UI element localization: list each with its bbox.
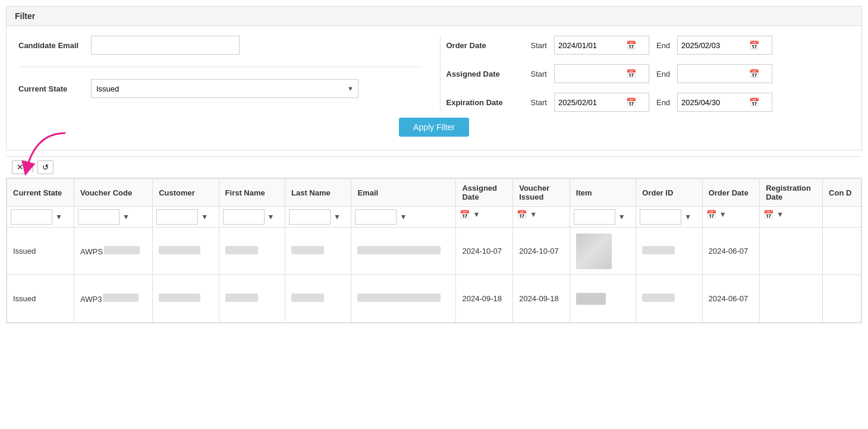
col-filter-item-btn[interactable]: ▼ bbox=[617, 212, 627, 222]
col-filter-customer-btn[interactable]: ▼ bbox=[200, 212, 209, 222]
assigned-date-start-label: Start bbox=[531, 70, 547, 78]
expiration-date-end-input[interactable] bbox=[681, 98, 747, 107]
assigned-date-start-input[interactable] bbox=[558, 70, 624, 78]
expiration-date-end-wrap: 📅 bbox=[677, 93, 772, 112]
cell-current-state: Issued bbox=[7, 275, 74, 323]
blurred-customer bbox=[159, 294, 200, 302]
order-date-start-calendar-icon[interactable]: 📅 bbox=[626, 40, 636, 50]
col-filter-registration-date-cal-icon[interactable]: 📅 bbox=[763, 210, 773, 219]
candidate-email-input[interactable] bbox=[91, 36, 240, 55]
assigned-date-end-label: End bbox=[656, 70, 670, 78]
assigned-date-end-input[interactable] bbox=[681, 70, 747, 78]
cell-order-id bbox=[636, 228, 702, 275]
order-date-row: Order Date Start 📅 End 📅 bbox=[446, 36, 850, 55]
blurred-customer bbox=[159, 246, 200, 254]
cell-order-id bbox=[636, 275, 702, 323]
col-filter-email-btn[interactable]: ▼ bbox=[398, 212, 408, 222]
order-date-end-calendar-icon[interactable]: 📅 bbox=[749, 40, 759, 50]
expiration-date-start-input[interactable] bbox=[558, 98, 624, 107]
cell-order-date: 2024-06-07 bbox=[702, 275, 759, 323]
expiration-date-end-calendar-icon[interactable]: 📅 bbox=[749, 97, 759, 107]
col-filter-first-name-btn[interactable]: ▼ bbox=[266, 212, 276, 222]
col-header-voucher-issued: VoucherIssued bbox=[513, 179, 570, 207]
col-filter-item[interactable] bbox=[574, 209, 615, 225]
col-header-item: Item bbox=[570, 179, 636, 207]
expiration-date-start-wrap: 📅 bbox=[554, 93, 649, 112]
current-state-select[interactable]: Issued Redeemed Expired Cancelled All bbox=[91, 79, 358, 98]
cell-customer bbox=[153, 228, 219, 275]
col-filter-current-state-btn[interactable]: ▼ bbox=[54, 212, 64, 222]
cell-order-date: 2024-06-07 bbox=[702, 228, 759, 275]
item-image-placeholder bbox=[576, 293, 606, 305]
cell-assigned-date: 2024-09-18 bbox=[456, 275, 513, 323]
blurred-email bbox=[357, 246, 441, 254]
cell-assigned-date: 2024-10-07 bbox=[456, 228, 513, 275]
col-header-voucher-code: Voucher Code bbox=[74, 179, 153, 207]
assigned-date-row: Assigned Date Start 📅 End 📅 bbox=[446, 64, 850, 83]
col-header-first-name: First Name bbox=[219, 179, 285, 207]
cell-first-name bbox=[219, 228, 285, 275]
expiration-date-end-label: End bbox=[656, 98, 670, 107]
expiration-date-start-label: Start bbox=[531, 98, 547, 107]
excel-icon: ✕ bbox=[17, 163, 23, 172]
col-filter-voucher-code[interactable] bbox=[78, 209, 119, 225]
col-filter-current-state[interactable] bbox=[11, 209, 52, 225]
col-filter-voucher-issued-cal-icon[interactable]: 📅 bbox=[517, 210, 527, 219]
expiration-date-start-calendar-icon[interactable]: 📅 bbox=[626, 97, 636, 107]
col-filter-email[interactable] bbox=[355, 209, 397, 225]
col-filter-customer[interactable] bbox=[156, 209, 198, 225]
col-filter-assigned-date-cal-icon[interactable]: 📅 bbox=[460, 210, 470, 219]
cell-customer bbox=[153, 275, 219, 323]
col-header-current-state: Current State bbox=[7, 179, 74, 207]
data-table-wrap: Current State Voucher Code Customer Firs… bbox=[6, 178, 862, 323]
col-filter-first-name[interactable] bbox=[223, 209, 265, 225]
col-header-registration-date: RegistrationDate bbox=[760, 179, 823, 207]
col-filter-order-id-btn[interactable]: ▼ bbox=[683, 212, 693, 222]
cell-first-name bbox=[219, 275, 285, 323]
blurred-first-name bbox=[225, 246, 258, 254]
col-header-email: Email bbox=[351, 179, 456, 207]
cell-voucher-issued: 2024-10-07 bbox=[513, 228, 570, 275]
col-filter-order-id[interactable] bbox=[640, 209, 681, 225]
cell-registration-date bbox=[760, 275, 823, 323]
item-image-placeholder bbox=[576, 234, 612, 269]
col-filter-order-date-cal-icon[interactable]: 📅 bbox=[706, 210, 716, 219]
col-header-customer: Customer bbox=[153, 179, 219, 207]
col-header-order-id: Order ID bbox=[636, 179, 702, 207]
cell-voucher-code: AWP3 bbox=[74, 275, 153, 323]
col-header-con-d: Con D bbox=[823, 179, 861, 207]
assigned-date-end-calendar-icon[interactable]: 📅 bbox=[749, 69, 759, 78]
filter-title: Filter bbox=[7, 7, 861, 26]
cell-current-state: Issued bbox=[7, 228, 74, 275]
blurred-last-name bbox=[291, 246, 324, 254]
cell-email bbox=[351, 228, 456, 275]
col-filter-order-date-btn[interactable]: ▼ bbox=[718, 209, 728, 220]
col-filter-last-name-btn[interactable]: ▼ bbox=[332, 212, 342, 222]
excel-export-button[interactable]: ✕ bbox=[12, 160, 28, 174]
col-filter-voucher-issued-btn[interactable]: ▼ bbox=[529, 209, 538, 220]
order-date-end-input[interactable] bbox=[681, 41, 747, 50]
cell-email bbox=[351, 275, 456, 323]
cell-registration-date bbox=[760, 228, 823, 275]
col-filter-last-name[interactable] bbox=[289, 209, 331, 225]
order-date-start-wrap: 📅 bbox=[554, 36, 649, 55]
assigned-date-start-wrap: 📅 bbox=[554, 64, 649, 83]
expiration-date-row: Expiration Date Start 📅 End 📅 bbox=[446, 93, 850, 112]
order-date-end-label: End bbox=[656, 41, 670, 50]
candidate-email-row: Candidate Email bbox=[18, 36, 422, 55]
apply-filter-button[interactable]: Apply Filter bbox=[399, 118, 469, 137]
cell-con-d bbox=[823, 275, 861, 323]
assigned-date-start-calendar-icon[interactable]: 📅 bbox=[626, 69, 636, 78]
col-header-last-name: Last Name bbox=[285, 179, 351, 207]
order-date-start-label: Start bbox=[531, 41, 547, 50]
order-date-start-input[interactable] bbox=[558, 41, 624, 50]
candidate-email-label: Candidate Email bbox=[18, 41, 84, 50]
refresh-button[interactable]: ↺ bbox=[37, 160, 54, 174]
cell-con-d bbox=[823, 228, 861, 275]
col-filter-assigned-date-btn[interactable]: ▼ bbox=[471, 209, 481, 220]
col-filter-registration-date-btn[interactable]: ▼ bbox=[775, 209, 785, 220]
table-row: Issued AWP3 2024-09-18 2024-09-18 bbox=[7, 275, 861, 323]
filter-panel: Filter Candidate Email Current State Iss… bbox=[6, 6, 862, 150]
assigned-date-end-wrap: 📅 bbox=[677, 64, 772, 83]
col-filter-voucher-code-btn[interactable]: ▼ bbox=[121, 212, 131, 222]
